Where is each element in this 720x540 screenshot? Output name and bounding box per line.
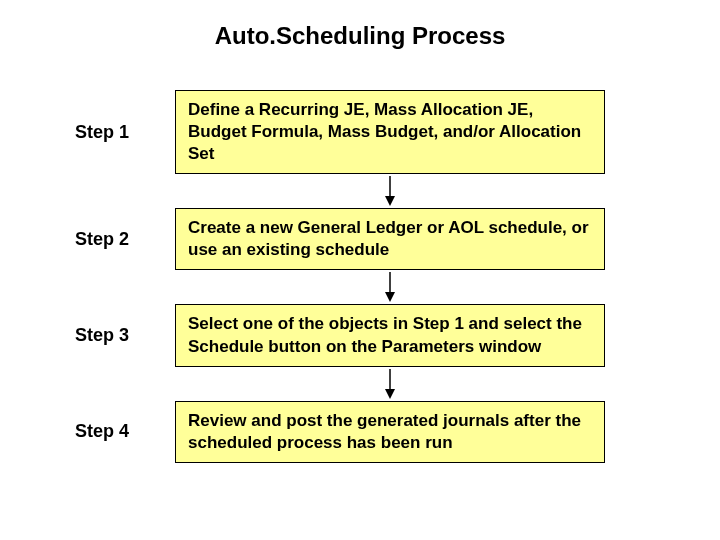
process-diagram: Step 1 Define a Recurring JE, Mass Alloc… (0, 90, 720, 463)
step-box-3: Select one of the objects in Step 1 and … (175, 304, 605, 366)
step-label-2: Step 2 (75, 229, 175, 250)
svg-marker-3 (385, 292, 395, 302)
diagram-title: Auto.Scheduling Process (0, 0, 720, 50)
svg-marker-5 (385, 389, 395, 399)
step-row: Step 4 Review and post the generated jou… (75, 401, 720, 463)
arrow-connector (175, 174, 605, 208)
step-label-1: Step 1 (75, 122, 175, 143)
arrow-down-icon (383, 369, 397, 399)
step-label-3: Step 3 (75, 325, 175, 346)
step-row: Step 2 Create a new General Ledger or AO… (75, 208, 720, 270)
arrow-connector (175, 367, 605, 401)
step-box-4: Review and post the generated journals a… (175, 401, 605, 463)
svg-marker-1 (385, 196, 395, 206)
step-label-4: Step 4 (75, 421, 175, 442)
step-row: Step 1 Define a Recurring JE, Mass Alloc… (75, 90, 720, 174)
arrow-connector (175, 270, 605, 304)
step-row: Step 3 Select one of the objects in Step… (75, 304, 720, 366)
arrow-down-icon (383, 176, 397, 206)
step-box-2: Create a new General Ledger or AOL sched… (175, 208, 605, 270)
step-box-1: Define a Recurring JE, Mass Allocation J… (175, 90, 605, 174)
arrow-down-icon (383, 272, 397, 302)
